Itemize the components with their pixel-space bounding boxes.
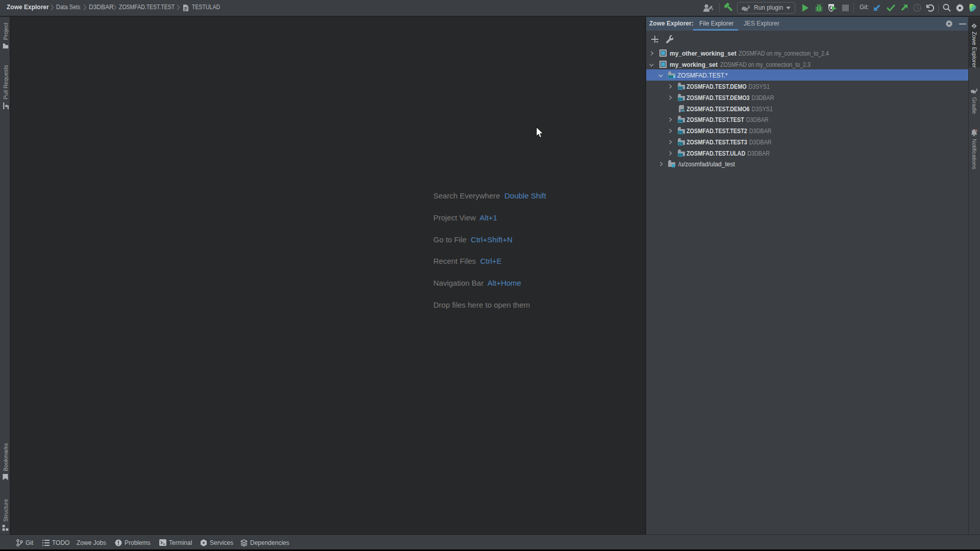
svg-text:DS: DS <box>678 131 683 134</box>
svg-text:DS: DS <box>678 142 683 145</box>
svg-text:DS: DS <box>678 153 683 157</box>
svg-text:Z: Z <box>973 24 975 29</box>
svg-text:DS: DS <box>669 75 674 79</box>
svg-text:DS: DS <box>681 109 685 112</box>
svg-text:DS: DS <box>678 97 683 101</box>
svg-text:DS: DS <box>678 119 683 123</box>
svg-text:DS: DS <box>678 86 683 90</box>
